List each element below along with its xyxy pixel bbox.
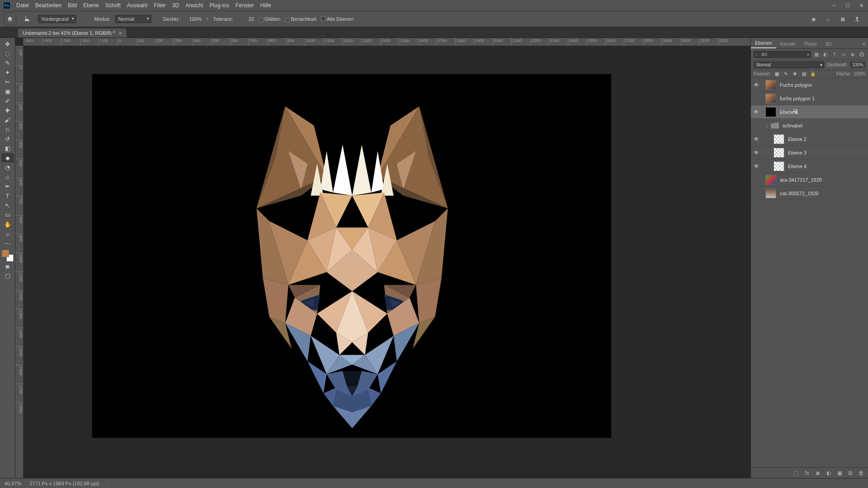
layer-row[interactable]: 👁Ebene 3 (751, 146, 868, 160)
filter-toggle[interactable]: ⏻ (858, 51, 865, 58)
fx-icon[interactable]: fx (804, 470, 810, 476)
workspace-icon[interactable]: ▦ (838, 14, 847, 23)
pen-tool[interactable]: ✒ (1, 182, 14, 191)
bucket-tool[interactable]: ◆ (1, 153, 14, 162)
search-icon[interactable]: ⌕ (824, 14, 833, 23)
layer-row[interactable]: ⌄schnabel (751, 119, 868, 132)
layer-thumbnail[interactable] (774, 161, 784, 171)
document-tab[interactable]: Unbenannt-2 bei 41% (Ebene 1, RGB/8) * ✕ (18, 28, 127, 38)
layer-row[interactable]: 👁Ebene 2 (751, 132, 868, 146)
wand-tool[interactable]: ✦ (1, 68, 14, 77)
crop-tool[interactable]: ✂ (1, 77, 14, 86)
menu-bearbeiten[interactable]: Bearbeiten (35, 2, 61, 9)
visibility-toggle[interactable]: 👁 (751, 163, 762, 169)
menu-bild[interactable]: Bild (68, 2, 77, 9)
menu-hilfe[interactable]: Hilfe (260, 2, 271, 9)
opacity-value[interactable]: 100% (185, 16, 202, 22)
layer-thumbnail[interactable] (765, 107, 776, 117)
menu-ansicht[interactable]: Ansicht (185, 2, 203, 9)
visibility-toggle[interactable]: 👁 (751, 109, 762, 115)
color-swatches[interactable] (2, 250, 14, 262)
visibility-toggle[interactable]: 👁 (751, 150, 762, 156)
path-select-tool[interactable]: ↖ (1, 201, 14, 210)
menu-fenster[interactable]: Fenster (236, 2, 254, 9)
quickmask-tool[interactable]: ◙ (1, 262, 14, 271)
shape-tool[interactable]: ▭ (1, 210, 14, 219)
blur-tool[interactable]: ◔ (1, 163, 14, 172)
layer-row[interactable]: ara-3417217_1920 (751, 173, 868, 187)
filter-smart-icon[interactable]: ◈ (849, 51, 856, 58)
contiguous-checkbox[interactable]: ✓Benachbart (285, 16, 316, 22)
lasso-tool[interactable]: ✎ (1, 58, 14, 67)
link-layers-icon[interactable]: ⬚ (793, 470, 799, 476)
layer-thumbnail[interactable] (765, 94, 776, 103)
antialias-checkbox[interactable]: ✓Glätten (259, 16, 280, 22)
eraser-tool[interactable]: ◧ (1, 144, 14, 153)
layer-row[interactable]: cat-300572_1920 (751, 187, 868, 200)
layer-name[interactable]: schnabel (783, 123, 802, 128)
layer-name[interactable]: Ebene 2 (788, 136, 807, 142)
filter-image-icon[interactable]: ▦ (813, 51, 820, 58)
menu-3d[interactable]: 3D (172, 2, 179, 9)
history-brush-tool[interactable]: ↺ (1, 134, 14, 143)
zoom-tool[interactable]: ⌕ (1, 229, 14, 238)
lock-all-icon[interactable]: 🔒 (810, 71, 816, 76)
stamp-tool[interactable]: ⎌ (1, 125, 14, 134)
lock-nest-icon[interactable]: ▤ (801, 71, 807, 76)
layer-name[interactable]: cat-300572_1920 (780, 191, 819, 196)
delete-layer-icon[interactable]: 🗑 (858, 470, 864, 476)
share-icon[interactable] (853, 14, 862, 23)
blend-mode-dropdown[interactable]: Normal (115, 15, 151, 23)
layer-name[interactable]: ara-3417217_1920 (780, 177, 822, 183)
eyedropper-tool[interactable]: ✐ (1, 96, 14, 105)
brush-tool[interactable]: 🖌 (1, 115, 14, 124)
home-button[interactable] (4, 13, 16, 25)
menu-ebene[interactable]: Ebene (83, 2, 99, 9)
layer-opacity-value[interactable]: 100% (850, 62, 865, 68)
tab-ebenen[interactable]: Ebenen (751, 38, 776, 48)
minimize-button[interactable]: ─ (827, 0, 841, 11)
type-tool[interactable]: T (1, 191, 14, 200)
fg-swatch[interactable] (2, 250, 9, 257)
status-chevron[interactable]: 〉 (107, 480, 112, 487)
lock-paint-icon[interactable]: ✎ (783, 71, 789, 76)
tab-3d[interactable]: 3D (821, 39, 835, 48)
all-layers-checkbox[interactable]: Alle Ebenen (321, 16, 354, 22)
menu-auswahl[interactable]: Auswahl (127, 2, 147, 9)
new-layer-icon[interactable]: ⊞ (847, 470, 854, 476)
close-tab-icon[interactable]: ✕ (118, 31, 122, 36)
layer-name[interactable]: Fuchs polygon (780, 82, 812, 88)
edit-toolbar[interactable]: ⋯ (1, 239, 14, 248)
tab-pfade[interactable]: Pfade (800, 39, 821, 48)
layer-row[interactable]: 👁Fuchs polygon (751, 78, 868, 92)
layer-name[interactable]: Ebene 1 (780, 109, 798, 115)
layer-row[interactable]: fuchs polygon 1 (751, 92, 868, 105)
layer-name[interactable]: Ebene 4 (788, 164, 807, 169)
filter-adjust-icon[interactable]: ◐ (822, 51, 829, 58)
layer-blend-mode[interactable]: Normal (754, 61, 824, 68)
screenmode-tool[interactable]: ▢ (1, 271, 14, 280)
move-tool[interactable]: ✥ (1, 39, 14, 48)
menu-schrift[interactable]: Schrift (105, 2, 121, 9)
layer-thumbnail[interactable] (765, 188, 776, 198)
visibility-toggle[interactable]: 👁 (751, 136, 762, 142)
tolerance-value[interactable]: 32 (238, 16, 254, 22)
lock-pos-icon[interactable]: ✥ (792, 71, 798, 76)
cloud-sync-icon[interactable]: ◉ (809, 14, 818, 23)
group-icon[interactable]: ▣ (836, 470, 843, 476)
fill-preset-dropdown[interactable]: Vordergrund (38, 15, 76, 23)
heal-tool[interactable]: ✚ (1, 106, 14, 115)
menu-filter[interactable]: Filter (154, 2, 166, 9)
filter-shape-icon[interactable]: ▱ (840, 51, 847, 58)
mask-icon[interactable]: ◙ (815, 470, 821, 476)
fill-value[interactable]: 100% (854, 71, 865, 76)
tab-kanaele[interactable]: Kanäle (776, 39, 800, 48)
layer-name[interactable]: Ebene 3 (788, 150, 807, 155)
visibility-toggle[interactable]: 👁 (751, 82, 762, 88)
layer-thumbnail[interactable] (774, 134, 784, 144)
document-canvas[interactable] (92, 74, 611, 438)
menu-plugins[interactable]: Plug-ins (210, 2, 229, 9)
panel-menu-icon[interactable]: ≡ (860, 39, 868, 48)
layer-filter-dropdown[interactable]: Art (754, 51, 811, 58)
maximize-button[interactable]: ☐ (841, 0, 854, 11)
